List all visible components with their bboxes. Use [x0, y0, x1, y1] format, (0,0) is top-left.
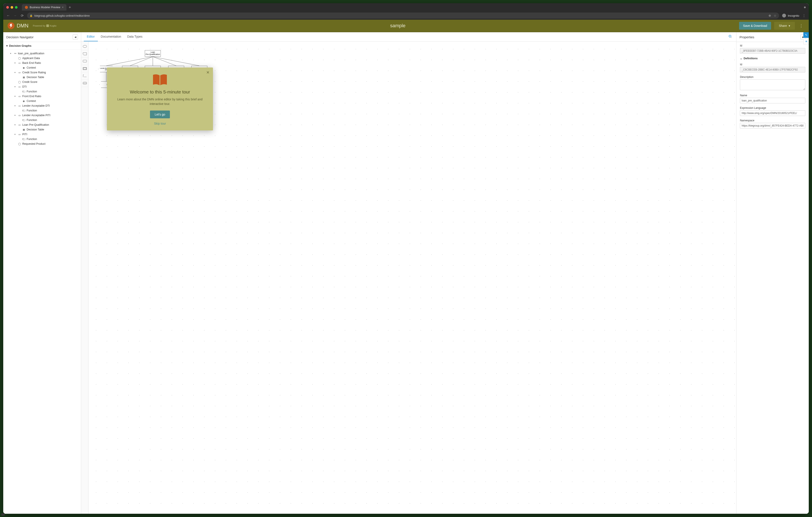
minimize-window-icon[interactable] [10, 6, 13, 9]
tab-overflow-icon[interactable] [804, 6, 806, 8]
def-id-input[interactable] [740, 67, 805, 72]
forward-button[interactable]: → [13, 13, 17, 18]
header-actions: Save & Download Share ▾ ⋮ [739, 22, 805, 30]
tab-favicon-icon [25, 6, 28, 9]
palette-bkm[interactable] [81, 65, 88, 72]
function-icon: f( ) [22, 119, 26, 121]
address-bar[interactable]: 🔒 kiegroup.github.io/kogito-online/#/edi… [27, 12, 779, 19]
lock-icon: 🔒 [30, 14, 33, 17]
search-icon[interactable] [727, 35, 734, 39]
new-tab-button[interactable]: + [68, 5, 71, 10]
tree-node-decision-table[interactable]: ▦Decision Table [5, 75, 81, 80]
tree-node-credit-score[interactable]: ◯Credit Score [5, 80, 81, 84]
rect-icon: ▭ [18, 71, 21, 74]
svg-line-9 [130, 57, 153, 66]
field-name: Name [740, 94, 805, 103]
decision-graphs-header[interactable]: ▾ Decision Graphs [3, 42, 81, 50]
rect-icon: ▭ [18, 86, 21, 88]
header-menu-button[interactable]: ⋮ [798, 23, 805, 28]
tree-node-piti[interactable]: ▾▭PITI [5, 132, 81, 137]
description-input[interactable] [740, 80, 805, 90]
app-body: Decision Navigator ◀ ▾ Decision Graphs ▾… [3, 32, 809, 514]
lets-go-button[interactable]: Let's go [150, 111, 170, 118]
tree-node-context[interactable]: ◉Context [5, 99, 81, 103]
tour-title: Welcome to this 5-minute tour [113, 89, 206, 94]
tree-node-dti[interactable]: ▾▭DTI [5, 84, 81, 89]
name-label: Name [740, 94, 805, 97]
id-input[interactable] [740, 48, 805, 54]
diagram-canvas[interactable]: Loan Pre-Qualification Lender Acceptable… [88, 41, 736, 514]
expr-input[interactable] [740, 110, 805, 116]
table-icon: ▦ [22, 76, 26, 79]
close-window-icon[interactable] [6, 6, 9, 9]
tree-node-requested-product[interactable]: ◯Requested Product [5, 142, 81, 146]
preview-tab-icon[interactable]: 👁 [803, 39, 809, 44]
tab-documentation[interactable]: Documentation [98, 32, 124, 41]
tree-node-function[interactable]: f( )Function [5, 137, 81, 142]
rect-icon: ▭ [18, 95, 21, 98]
tree-node-credit-score-rating[interactable]: ▾▭Credit Score Rating [5, 70, 81, 75]
tab-close-icon[interactable]: × [62, 6, 63, 9]
field-id: Id [740, 44, 805, 54]
svg-line-11 [153, 57, 176, 66]
tree-node-context[interactable]: ◉Context [5, 65, 81, 70]
bookmark-icon[interactable]: ☆ [774, 14, 777, 17]
left-panel-title: Decision Navigator [6, 35, 33, 39]
incognito-icon [782, 13, 786, 18]
expr-label: Expression Language [740, 107, 805, 110]
tab-data-types[interactable]: Data Types [124, 32, 146, 41]
tour-text: Learn more about the DMN online editor b… [113, 97, 206, 106]
tree-node-back-end-ratio[interactable]: ▾▭Back End Ratio [5, 61, 81, 65]
svg-line-8 [106, 57, 153, 66]
collapse-left-button[interactable]: ◀ [73, 34, 78, 39]
tab-editor[interactable]: Editor [84, 32, 98, 41]
oval-icon: ◯ [18, 143, 21, 145]
skip-tour-link[interactable]: Skip tour [113, 122, 206, 125]
keyboard-icon[interactable] [3, 513, 5, 514]
save-download-button[interactable]: Save & Download [739, 22, 771, 30]
field-expr-lang: Expression Language [740, 107, 805, 116]
ns-input[interactable] [740, 123, 805, 128]
oval-icon: ◯ [18, 57, 21, 60]
tree-node-lender-dti[interactable]: ▾▭Lender Acceptable DTI [5, 103, 81, 108]
browser-tab-active[interactable]: Business Modeler Preview × [22, 4, 66, 10]
palette-text[interactable]: ⎡⎯⎯ [81, 72, 88, 80]
document-name[interactable]: sample [57, 23, 739, 29]
tree-node-function[interactable]: f( )Function [5, 108, 81, 113]
tree-node-function[interactable]: f( )Function [5, 89, 81, 94]
rect-icon: ▭ [18, 104, 21, 107]
palette-input[interactable] [81, 58, 88, 65]
search-page-icon[interactable]: ⊕ [768, 14, 771, 17]
close-icon[interactable]: ✕ [206, 70, 209, 75]
definitions-header[interactable]: ⌄ Definitions [740, 57, 805, 60]
description-label: Description [740, 75, 805, 79]
decision-tree: ▾⚯loan_pre_qualification ◯Applicant Data… [3, 50, 81, 514]
tree-node-function[interactable]: f( )Function [5, 118, 81, 122]
reload-button[interactable]: ⟳ [20, 13, 24, 18]
share-button[interactable]: Share ▾ [774, 22, 795, 30]
name-input[interactable] [740, 98, 805, 103]
edit-tab-icon[interactable]: ✎ [803, 32, 809, 38]
diagram-node-loan-prequal[interactable]: Loan Pre-Qualification [145, 50, 161, 57]
tree-node-root[interactable]: ▾⚯loan_pre_qualification [5, 51, 81, 56]
browser-tabs: Business Modeler Preview × + [22, 4, 71, 10]
tree-node-loan-prequal[interactable]: ▾▭Loan Pre-Qualification [5, 122, 81, 127]
palette-decision[interactable] [81, 43, 88, 50]
palette-knowledge[interactable] [81, 80, 88, 87]
left-panel-header: Decision Navigator ◀ [3, 32, 81, 42]
incognito-badge[interactable]: Incognito [782, 13, 799, 18]
tree-node-decision-table[interactable]: ▦Decision Table [5, 127, 81, 132]
tree-node-lender-piti[interactable]: ▾▭Lender Acceptable PITI [5, 113, 81, 118]
browser-menu-button[interactable]: ⋮ [802, 13, 806, 18]
svg-line-1 [731, 37, 732, 38]
editor-tabs: Editor Documentation Data Types [81, 32, 736, 41]
powered-by: Powered by Kogito [33, 25, 57, 27]
tree-node-applicant-data[interactable]: ◯Applicant Data [5, 56, 81, 61]
tour-modal: ✕ Welcome to this 5-minute tour Learn mo… [107, 67, 213, 130]
maximize-window-icon[interactable] [15, 6, 18, 9]
ns-label: Namespace [740, 119, 805, 122]
palette-annotation[interactable] [81, 50, 88, 58]
rect-icon: ▭ [18, 123, 21, 126]
back-button[interactable]: ← [6, 13, 10, 18]
tree-node-front-end-ratio[interactable]: ▾▭Front End Ratio [5, 94, 81, 99]
